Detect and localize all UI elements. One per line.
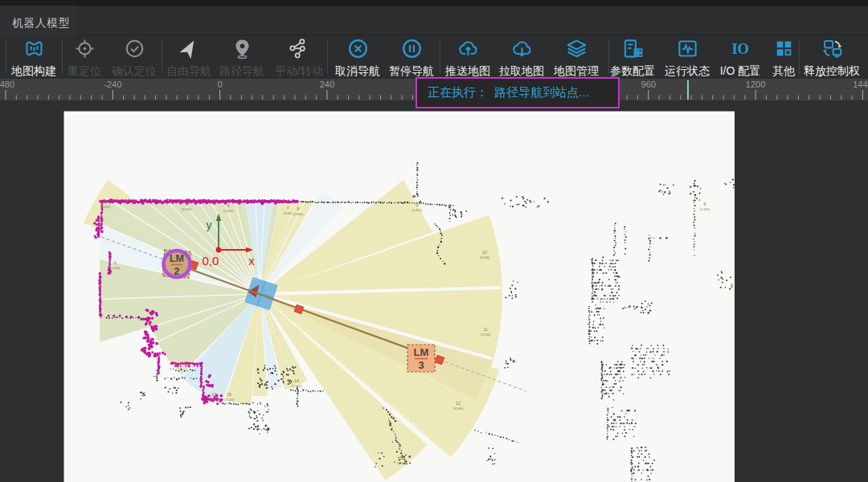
svg-text:(3.946): (3.946) bbox=[481, 333, 491, 337]
svg-text:(3.496): (3.496) bbox=[223, 209, 234, 213]
svg-text:(1.249): (1.249) bbox=[292, 384, 302, 388]
svg-text:(3.946): (3.946) bbox=[453, 406, 464, 411]
svg-text:3: 3 bbox=[113, 260, 116, 265]
svg-text:8: 8 bbox=[297, 206, 299, 211]
svg-text:1440: 1440 bbox=[853, 80, 868, 89]
svg-text:12: 12 bbox=[456, 401, 461, 406]
svg-text:11: 11 bbox=[483, 327, 488, 332]
svg-text:14: 14 bbox=[294, 378, 299, 383]
svg-text:(1.049): (1.049) bbox=[224, 398, 235, 402]
svg-text:-480: -480 bbox=[0, 80, 14, 89]
svg-text:13: 13 bbox=[399, 455, 404, 460]
svg-text:(1.445): (1.445) bbox=[110, 266, 121, 270]
svg-text:(1.496): (1.496) bbox=[100, 205, 111, 209]
svg-text:-240: -240 bbox=[104, 80, 121, 89]
svg-text:960: 960 bbox=[641, 80, 656, 89]
svg-text:(1.445): (1.445) bbox=[700, 207, 710, 211]
svg-text:16: 16 bbox=[211, 392, 216, 397]
svg-text:5: 5 bbox=[185, 202, 187, 206]
svg-text:9: 9 bbox=[703, 202, 706, 206]
svg-text:10: 10 bbox=[482, 250, 487, 255]
svg-text:240: 240 bbox=[320, 80, 334, 89]
svg-text:0,0: 0,0 bbox=[203, 254, 219, 268]
svg-text:y: y bbox=[206, 218, 212, 231]
svg-text:(2.849): (2.849) bbox=[293, 212, 304, 216]
svg-text:LM: LM bbox=[170, 253, 184, 264]
svg-text:1200: 1200 bbox=[746, 80, 765, 89]
svg-text:(3.496): (3.496) bbox=[182, 207, 192, 211]
svg-text:(1.445): (1.445) bbox=[412, 208, 423, 212]
svg-text:IO: IO bbox=[731, 40, 749, 57]
svg-text:4: 4 bbox=[104, 199, 106, 204]
svg-text:15: 15 bbox=[227, 392, 231, 397]
svg-text:0: 0 bbox=[218, 80, 223, 89]
svg-text:(3.946): (3.946) bbox=[480, 255, 490, 259]
svg-text:3: 3 bbox=[418, 359, 424, 371]
svg-text:9: 9 bbox=[416, 202, 418, 207]
svg-text:LM: LM bbox=[414, 346, 429, 358]
svg-text:x: x bbox=[248, 254, 255, 268]
svg-text:6: 6 bbox=[227, 203, 229, 208]
svg-text:7: 7 bbox=[286, 206, 289, 210]
svg-text:(1.946): (1.946) bbox=[397, 461, 407, 465]
svg-text:2: 2 bbox=[174, 266, 180, 277]
svg-text:(3.89): (3.89) bbox=[284, 211, 293, 215]
svg-text:(1.0): (1.0) bbox=[211, 398, 218, 402]
